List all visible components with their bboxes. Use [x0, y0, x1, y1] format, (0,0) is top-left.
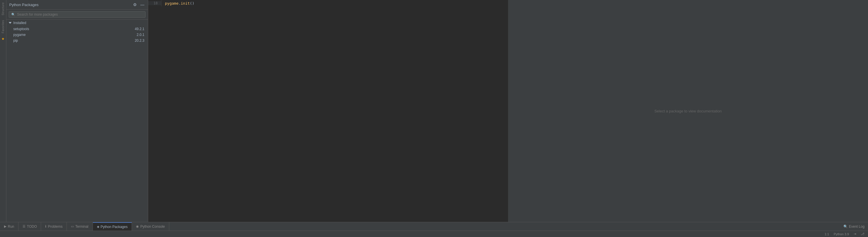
package-name: pygame	[13, 33, 26, 37]
tab-python-packages-label: Python Packages	[101, 225, 128, 229]
expand-icon	[9, 22, 11, 24]
search-icon: 🔍	[11, 13, 16, 17]
code-method-name: init	[181, 1, 190, 5]
status-bar: 1:1 Python 3.9 ⇥ ⎇	[0, 231, 868, 237]
search-input[interactable]	[17, 12, 143, 17]
package-list: setuptools 49.2.1 pygame 2.0.1 pip 20.2.…	[6, 26, 148, 44]
installed-label: Installed	[13, 21, 26, 25]
package-version: 20.2.3	[135, 38, 144, 43]
python-packages-panel: Python Packages ⚙ — 🔍 Installed	[6, 0, 148, 222]
panel-title: Python Packages	[9, 3, 38, 7]
favorites-tool[interactable]: Favorites	[1, 18, 5, 36]
tab-terminal-label: Terminal	[75, 225, 88, 229]
tab-todo[interactable]: ☰ TODO	[19, 222, 41, 231]
search-input-wrapper: 🔍	[9, 11, 146, 18]
tab-terminal[interactable]: ▭ Terminal	[67, 222, 93, 231]
tab-todo-label: TODO	[27, 225, 37, 229]
indent-icon: ⇥	[854, 232, 856, 236]
tab-problems-label: Problems	[48, 225, 62, 229]
package-name: setuptools	[13, 27, 29, 31]
event-log-label: Event Log	[849, 225, 865, 229]
bottom-toolbar: ▶ Run ☰ TODO ℹ Problems ▭ Terminal ◈ Pyt…	[0, 222, 868, 231]
structure-tool[interactable]: Structure	[1, 0, 5, 18]
settings-button[interactable]: ⚙	[132, 2, 137, 7]
problems-icon: ℹ	[45, 225, 46, 228]
terminal-icon: ▭	[71, 225, 74, 228]
search-container: 🔍	[6, 9, 148, 20]
run-icon: ▶	[4, 225, 6, 228]
close-button[interactable]: —	[140, 2, 145, 7]
select-package-text: Select a package to view documentation	[654, 109, 722, 113]
code-function-name: pygame	[165, 1, 179, 5]
package-item[interactable]: pip 20.2.3	[6, 38, 148, 44]
line-number-18: 18	[148, 1, 161, 5]
favorites-star-icon: ★	[0, 36, 6, 42]
doc-panel: Select a package to view documentation	[508, 0, 868, 222]
python-console-tab-icon: ◉	[136, 225, 139, 228]
cursor-position[interactable]: 1:1	[825, 232, 829, 236]
tab-run[interactable]: ▶ Run	[0, 222, 19, 231]
todo-icon: ☰	[23, 225, 26, 228]
right-status-bar: 🔍 Event Log	[843, 225, 868, 229]
python-version[interactable]: Python 3.9	[834, 232, 849, 236]
tab-run-label: Run	[8, 225, 14, 229]
editor-doc-area: 18 pygame.init() Select a package to vie…	[148, 0, 868, 222]
package-item[interactable]: pygame 2.0.1	[6, 32, 148, 38]
package-version: 49.2.1	[135, 27, 144, 31]
event-log-item[interactable]: 🔍 Event Log	[843, 225, 865, 229]
bottom-tabs: ▶ Run ☰ TODO ℹ Problems ▭ Terminal ◈ Pyt…	[0, 222, 169, 231]
main-area: Structure Favorites ★ Python Packages ⚙ …	[0, 0, 868, 222]
code-line-18: 18 pygame.init()	[148, 0, 508, 6]
app-wrapper: Structure Favorites ★ Python Packages ⚙ …	[0, 0, 868, 237]
package-version: 2.0.1	[136, 33, 144, 37]
event-log-icon: 🔍	[843, 225, 848, 229]
tab-python-console[interactable]: ◉ Python Console	[132, 222, 169, 231]
code-dot: .	[179, 1, 181, 5]
code-parens: ()	[190, 1, 194, 5]
line-content-18: pygame.init()	[161, 1, 194, 5]
installed-header[interactable]: Installed	[6, 20, 148, 26]
python-packages-tab-icon: ◈	[97, 225, 99, 229]
git-icon: ⎇	[861, 232, 865, 236]
left-sidebar-tools: Structure Favorites ★	[0, 0, 6, 222]
header-icons: ⚙ —	[132, 2, 145, 7]
panel-header: Python Packages ⚙ —	[6, 0, 148, 9]
package-name: pip	[13, 38, 18, 43]
tab-python-console-label: Python Console	[140, 225, 165, 229]
tab-python-packages[interactable]: ◈ Python Packages	[93, 222, 132, 231]
installed-section: Installed setuptools 49.2.1 pygame 2.0.1…	[6, 20, 148, 44]
package-item[interactable]: setuptools 49.2.1	[6, 26, 148, 32]
tab-problems[interactable]: ℹ Problems	[41, 222, 67, 231]
code-editor: 18 pygame.init()	[148, 0, 508, 222]
